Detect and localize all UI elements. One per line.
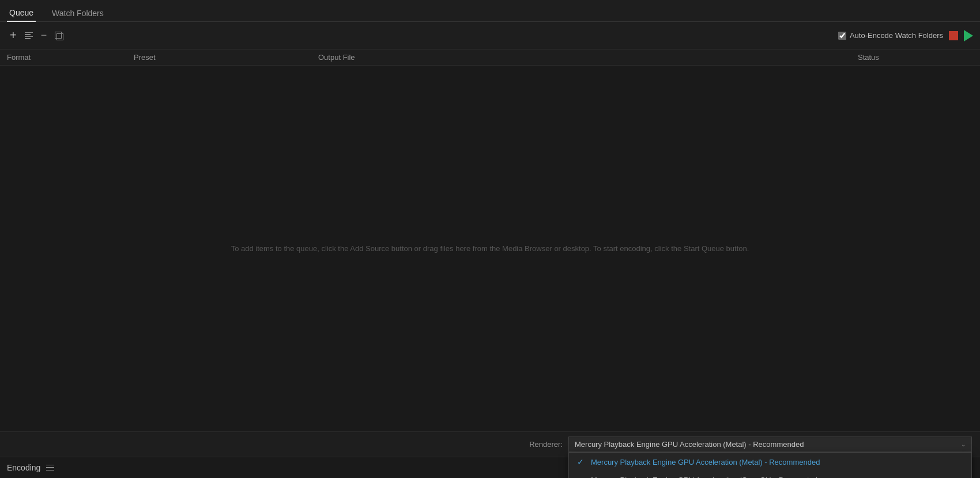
check-mark-icon: ✓ <box>577 457 585 466</box>
column-header-status: Status <box>858 53 973 62</box>
empty-queue-message: To add items to the queue, click the Add… <box>220 233 761 264</box>
renderer-row: Renderer: Mercury Playback Engine GPU Ac… <box>0 432 980 457</box>
encoding-menu-icon[interactable] <box>46 465 54 471</box>
renderer-select-display[interactable]: Mercury Playback Engine GPU Acceleration… <box>568 437 972 452</box>
app-container: Queue Watch Folders + − Auto-Encode Watc… <box>0 0 980 478</box>
renderer-label: Renderer: <box>529 440 563 449</box>
renderer-select-wrapper: Mercury Playback Engine GPU Acceleration… <box>568 437 972 452</box>
toolbar-right: Auto-Encode Watch Folders <box>838 30 973 41</box>
tab-bar: Queue Watch Folders <box>0 0 980 22</box>
queue-area: To add items to the queue, click the Add… <box>0 66 980 432</box>
column-header-preset: Preset <box>134 53 318 62</box>
toolbar-left: + − <box>7 26 835 44</box>
renderer-option-opencl-label: Mercury Playback Engine GPU Acceleration… <box>591 476 817 478</box>
renderer-current-value: Mercury Playback Engine GPU Acceleration… <box>575 440 804 449</box>
duplicate-icon <box>55 32 63 40</box>
add-source-button[interactable]: + <box>7 26 20 44</box>
tab-watch-folders[interactable]: Watch Folders <box>50 5 106 21</box>
auto-encode-label[interactable]: Auto-Encode Watch Folders <box>838 31 943 40</box>
chevron-down-icon: ⌄ <box>961 441 966 447</box>
column-header-output-file: Output File <box>318 53 858 62</box>
stop-button[interactable] <box>949 31 958 40</box>
tab-queue[interactable]: Queue <box>7 5 36 22</box>
start-queue-button[interactable] <box>964 30 973 41</box>
renderer-dropdown: ✓ Mercury Playback Engine GPU Accelerati… <box>568 452 972 478</box>
duplicate-button[interactable] <box>52 29 66 42</box>
renderer-option-metal[interactable]: ✓ Mercury Playback Engine GPU Accelerati… <box>569 453 971 471</box>
remove-button[interactable]: − <box>38 27 50 44</box>
auto-encode-checkbox[interactable] <box>838 32 846 40</box>
renderer-option-opencl[interactable]: Mercury Playback Engine GPU Acceleration… <box>569 471 971 478</box>
encoding-title-text: Encoding <box>7 463 40 472</box>
column-header-format: Format <box>7 53 134 62</box>
add-output-button[interactable] <box>22 30 36 41</box>
multi-list-icon <box>25 32 33 39</box>
renderer-option-metal-label: Mercury Playback Engine GPU Acceleration… <box>591 458 820 466</box>
column-headers: Format Preset Output File Status <box>0 50 980 66</box>
auto-encode-text: Auto-Encode Watch Folders <box>850 31 943 40</box>
toolbar: + − Auto-Encode Watch Folders <box>0 22 980 50</box>
